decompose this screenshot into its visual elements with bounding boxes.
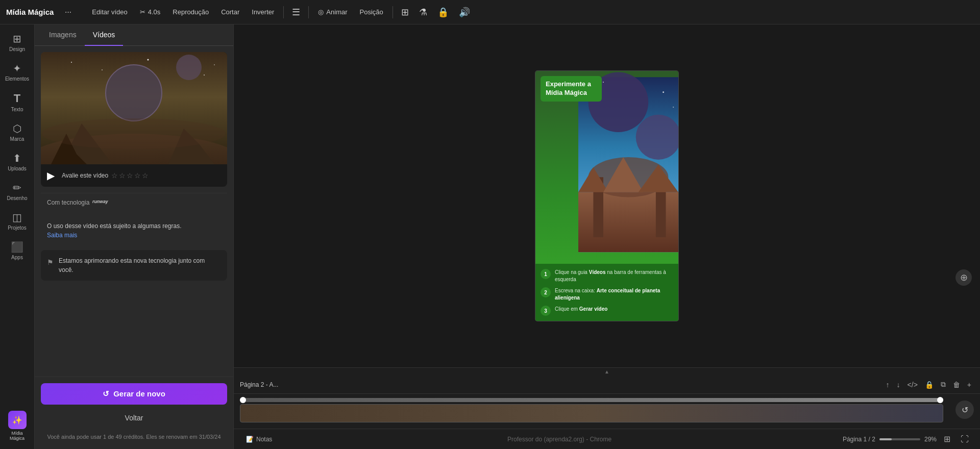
tab-images[interactable]: Imagens (41, 24, 85, 46)
main-area: ⊞ Design ✦ Elementos T Texto ⬡ Marca ⬆ U… (0, 24, 980, 449)
generate-button[interactable]: ↺ Gerar de novo (41, 383, 227, 405)
sidebar-item-marca[interactable]: ⬡ Marca (2, 118, 33, 146)
tl-up-button[interactable]: ↑ (884, 379, 892, 390)
rules-link[interactable]: Saiba mais (47, 232, 77, 239)
step-text-1: Clique na guia Vídeos na barra de ferram… (555, 269, 673, 283)
speed-label: 4.0s (148, 8, 161, 16)
animate-label: Animar (326, 8, 347, 16)
timeline-collapse-button[interactable]: ▲ (604, 369, 609, 375)
sidebar-item-design[interactable]: ⊞ Design (2, 29, 33, 56)
back-button[interactable]: Voltar (41, 409, 227, 427)
panel-tabs: Imagens Vídeos (35, 24, 233, 46)
menu-icon-button[interactable]: ☰ (288, 4, 304, 20)
toolbar-divider-2 (308, 6, 309, 18)
svg-point-28 (673, 107, 674, 108)
video-scene-svg (41, 52, 227, 164)
reproduction-button[interactable]: Reprodução (167, 6, 214, 18)
timeline-icons: ↑ ↓ </> 🔒 ⧉ 🗑 + (884, 379, 974, 390)
sidebar-item-elementos[interactable]: ✦ Elementos (2, 58, 33, 86)
zoom-percent: 29% (924, 436, 937, 443)
tl-duplicate-button[interactable]: ⧉ (938, 379, 948, 390)
refresh-button[interactable]: ↺ (955, 401, 974, 419)
projetos-icon: ◫ (12, 211, 22, 223)
slide-steps: 1 Clique na guia Vídeos na barra de ferr… (535, 264, 678, 321)
svg-point-8 (42, 118, 226, 149)
tl-code-button[interactable]: </> (905, 379, 920, 390)
top-toolbar: Mídia Mágica ⋯ Editar vídeo ✂ 4.0s Repro… (0, 0, 980, 24)
lock-icon-button[interactable]: 🔒 (433, 4, 453, 20)
flag-icon: ⚑ (47, 257, 54, 268)
star-1[interactable]: ☆ (111, 171, 118, 180)
texto-icon: T (14, 92, 20, 105)
track-handle-right[interactable] (937, 397, 943, 403)
sidebar-item-apps[interactable]: ⬛ Apps (2, 237, 33, 264)
slide-step-3: 3 Clique em Gerar vídeo (541, 306, 673, 316)
edit-video-button[interactable]: Editar vídeo (87, 6, 132, 18)
toolbar-divider-1 (283, 6, 284, 18)
canvas-area: Experimente a Mídia Mágica (234, 24, 980, 449)
svg-point-27 (663, 91, 664, 93)
star-3[interactable]: ☆ (127, 171, 133, 180)
grid-icon-button[interactable]: ⊞ (397, 4, 413, 20)
toolbar-divider-3 (393, 6, 393, 18)
back-label: Voltar (125, 414, 143, 422)
sidebar-label-uploads: Uploads (8, 166, 27, 171)
slide-step-2: 2 Escreva na caixa: Arte conceitual de p… (541, 287, 673, 302)
play-button[interactable]: ▶ (47, 169, 55, 182)
cut-label: Cortar (221, 8, 239, 16)
tl-down-button[interactable]: ↓ (894, 379, 903, 390)
svg-point-26 (603, 82, 604, 83)
page-info: Página 1 / 2 (843, 436, 875, 443)
sidebar-label-apps: Apps (11, 255, 23, 260)
video-thumbnail (41, 52, 227, 164)
runway-prefix: Com tecnologia (47, 199, 89, 206)
notes-icon: 📝 (246, 436, 254, 443)
sidebar-item-uploads[interactable]: ⬆ Uploads (2, 148, 33, 176)
sidebar-item-desenho[interactable]: ✏ Desenho (2, 178, 33, 205)
svg-text:runway: runway (92, 199, 109, 204)
sidebar-item-midia-magica[interactable]: ✨ Mídia Mágica (2, 407, 33, 445)
midia-magica-icon: ✨ (8, 411, 27, 429)
star-2[interactable]: ☆ (119, 171, 126, 180)
rules-text: O uso desse vídeo está sujeito a algumas… (41, 217, 227, 244)
svg-point-9 (71, 62, 72, 63)
sidebar-label-projetos: Projetos (8, 225, 27, 231)
bottom-bar: 📝 Notas Professor do (aprenda2.org) - Ch… (234, 429, 980, 449)
cut-button[interactable]: Cortar (216, 6, 244, 18)
track-bar: ↺ (240, 398, 974, 423)
step-text-3: Clique em Gerar vídeo (555, 306, 607, 313)
timeline-collapse: ▲ (234, 368, 980, 376)
sidebar-label-elementos: Elementos (5, 76, 29, 82)
tl-delete-button[interactable]: 🗑 (950, 379, 963, 390)
more-options-button[interactable]: ⋯ (60, 6, 77, 18)
notes-button[interactable]: 📝 Notas (242, 434, 276, 445)
sidebar-item-projetos[interactable]: ◫ Projetos (2, 207, 33, 235)
tl-add-button[interactable]: + (965, 379, 974, 390)
design-icon: ⊞ (13, 33, 21, 45)
improvement-card: ⚑ Estamos aprimorando esta nova tecnolog… (41, 250, 227, 281)
tab-videos[interactable]: Vídeos (85, 24, 124, 46)
animate-button[interactable]: ◎ Animar (313, 6, 352, 18)
slide-header-text[interactable]: Experimente a Mídia Mágica (541, 76, 602, 102)
audio-icon-button[interactable]: 🔊 (455, 4, 474, 20)
apps-icon: ⬛ (11, 241, 23, 253)
timeline-header: Página 2 - A... ↑ ↓ </> 🔒 ⧉ 🗑 + (234, 376, 980, 394)
invert-button[interactable]: Inverter (247, 6, 279, 18)
track-handle-left[interactable] (240, 397, 246, 403)
zoom-slider[interactable] (879, 438, 920, 440)
step-num-3: 3 (541, 306, 551, 316)
star-4[interactable]: ☆ (134, 171, 141, 180)
filter-icon-button[interactable]: ⚗ (415, 4, 431, 20)
fullscreen-button[interactable]: ⛶ (958, 433, 972, 446)
page-label: Página 2 - A... (240, 381, 278, 388)
position-button[interactable]: Posição (355, 6, 388, 18)
desenho-icon: ✏ (13, 182, 21, 194)
video-play-area: ▶ Avalie este vídeo ☆ ☆ ☆ ☆ ☆ (41, 164, 227, 187)
sidebar-item-texto[interactable]: T Texto (2, 88, 33, 116)
grid-view-button[interactable]: ⊞ (941, 432, 953, 446)
speed-button[interactable]: ✂ 4.0s (135, 6, 166, 18)
tl-lock-button[interactable]: 🔒 (922, 379, 936, 390)
star-5[interactable]: ☆ (142, 171, 149, 180)
svg-point-4 (176, 55, 202, 80)
canvas-expand-button[interactable]: ⊕ (955, 269, 972, 286)
